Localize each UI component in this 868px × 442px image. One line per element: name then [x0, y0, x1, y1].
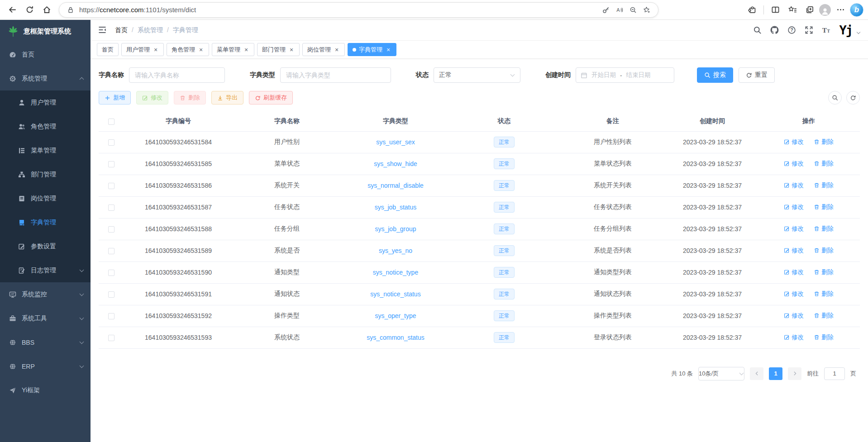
row-checkbox[interactable]: [108, 226, 114, 233]
row-checkbox[interactable]: [108, 248, 114, 254]
prev-page-button[interactable]: [750, 367, 763, 380]
sidebar-item-log[interactable]: 日志管理: [0, 258, 91, 282]
avatar-chevron-down-icon[interactable]: [857, 31, 861, 34]
row-edit-link[interactable]: 修改: [784, 138, 804, 146]
row-delete-link[interactable]: 删除: [814, 160, 834, 168]
sidebar-item-user[interactable]: 用户管理: [0, 90, 91, 114]
dict-type-link[interactable]: sys_job_status: [375, 204, 417, 211]
row-checkbox[interactable]: [108, 161, 114, 167]
sidebar-item-role[interactable]: 角色管理: [0, 114, 91, 138]
dict-type-link[interactable]: sys_user_sex: [376, 138, 415, 146]
sidebar-item-home[interactable]: 首页: [0, 43, 91, 67]
github-icon[interactable]: [770, 26, 779, 34]
dict-name-input[interactable]: [129, 67, 225, 83]
tab-close-icon[interactable]: ×: [334, 47, 340, 53]
row-checkbox[interactable]: [108, 183, 114, 189]
tab-post[interactable]: 岗位管理 ×: [302, 43, 345, 56]
browser-refresh-icon[interactable]: [22, 2, 37, 18]
sidebar-item-post[interactable]: 岗位管理: [0, 186, 91, 210]
row-delete-link[interactable]: 删除: [814, 268, 834, 276]
sidebar-item-dict[interactable]: 字典管理: [0, 210, 91, 234]
browser-more-icon[interactable]: [833, 2, 848, 18]
breadcrumb-item-dict[interactable]: 字典管理: [163, 26, 198, 34]
goto-page-input[interactable]: [824, 367, 845, 380]
tab-close-icon[interactable]: ×: [288, 47, 295, 53]
row-checkbox[interactable]: [108, 335, 114, 341]
sidebar-item-monitor[interactable]: 系统监控: [0, 282, 91, 306]
sidebar-item-yi[interactable]: Yi框架: [0, 378, 91, 402]
tab-home[interactable]: 首页: [97, 43, 119, 56]
dict-type-link[interactable]: sys_oper_type: [375, 312, 416, 319]
sidebar-item-erp[interactable]: ERP: [0, 354, 91, 378]
select-all-checkbox[interactable]: [108, 119, 114, 125]
read-aloud-icon[interactable]: A: [615, 5, 625, 15]
sidebar-item-bbs[interactable]: BBS: [0, 330, 91, 354]
row-checkbox[interactable]: [108, 204, 114, 211]
dict-type-link[interactable]: sys_show_hide: [374, 160, 417, 167]
font-size-icon[interactable]: TT: [822, 26, 830, 34]
sidebar-item-tools[interactable]: 系统工具: [0, 306, 91, 330]
row-checkbox[interactable]: [108, 139, 114, 146]
dict-type-link[interactable]: sys_common_status: [367, 334, 424, 341]
page-size-select[interactable]: 10条/页: [698, 367, 744, 380]
row-edit-link[interactable]: 修改: [784, 312, 804, 320]
tab-close-icon[interactable]: ×: [385, 47, 391, 53]
row-delete-link[interactable]: 删除: [814, 203, 834, 211]
breadcrumb-item-home[interactable]: 首页: [115, 26, 128, 34]
dict-type-link[interactable]: sys_notice_type: [373, 269, 418, 276]
browser-profile-avatar[interactable]: [819, 4, 831, 16]
sidebar-item-system[interactable]: 系统管理: [0, 67, 91, 90]
dict-type-input[interactable]: [280, 67, 391, 83]
search-icon[interactable]: [753, 26, 762, 34]
copilot-icon[interactable]: b: [850, 3, 863, 17]
browser-home-icon[interactable]: [39, 2, 54, 18]
extensions-icon[interactable]: [744, 2, 760, 18]
refresh-cache-button[interactable]: 刷新缓存: [249, 91, 293, 105]
row-checkbox[interactable]: [108, 291, 114, 298]
split-screen-icon[interactable]: [768, 2, 783, 18]
zoom-out-icon[interactable]: [628, 5, 638, 15]
add-button[interactable]: 新增: [99, 91, 131, 105]
row-checkbox[interactable]: [108, 313, 114, 319]
sidebar-item-config[interactable]: 参数设置: [0, 234, 91, 258]
browser-back-icon[interactable]: [5, 2, 20, 18]
export-button[interactable]: 导出: [211, 91, 243, 105]
address-bar[interactable]: https://ccnetcore.com:1101/system/dict A: [59, 2, 658, 18]
row-edit-link[interactable]: 修改: [784, 247, 804, 255]
row-edit-link[interactable]: 修改: [784, 160, 804, 168]
help-icon[interactable]: ?: [787, 26, 796, 34]
show-search-toggle-button[interactable]: [828, 91, 842, 105]
row-edit-link[interactable]: 修改: [784, 181, 804, 190]
status-select[interactable]: 正常: [434, 67, 520, 83]
row-delete-link[interactable]: 删除: [814, 290, 834, 298]
fullscreen-icon[interactable]: [805, 26, 813, 34]
row-edit-link[interactable]: 修改: [784, 268, 804, 276]
add-favorite-icon[interactable]: [642, 5, 652, 15]
row-delete-link[interactable]: 删除: [814, 138, 834, 146]
tab-close-icon[interactable]: ×: [243, 47, 249, 53]
url-text[interactable]: https://ccnetcore.com:1101/system/dict: [79, 6, 196, 14]
row-delete-link[interactable]: 删除: [814, 247, 834, 255]
tab-user[interactable]: 用户管理 ×: [121, 43, 164, 56]
dict-type-link[interactable]: sys_normal_disable: [367, 182, 424, 189]
sidebar-item-dept[interactable]: 部门管理: [0, 162, 91, 186]
sidebar-collapse-button[interactable]: [98, 25, 108, 35]
breadcrumb-item-system[interactable]: 系统管理: [128, 26, 163, 34]
row-delete-link[interactable]: 删除: [814, 312, 834, 320]
tab-close-icon[interactable]: ×: [153, 47, 159, 53]
app-logo[interactable]: 意框架管理系统: [0, 20, 91, 43]
tab-groups-icon[interactable]: [802, 2, 817, 18]
tab-role[interactable]: 角色管理 ×: [167, 43, 209, 56]
edit-button[interactable]: 修改: [136, 91, 168, 105]
reset-button[interactable]: 重置: [739, 67, 775, 83]
row-edit-link[interactable]: 修改: [784, 225, 804, 233]
tab-dict[interactable]: 字典管理 ×: [348, 43, 396, 56]
refresh-table-button[interactable]: [846, 91, 860, 105]
row-delete-link[interactable]: 删除: [814, 225, 834, 233]
tab-dept[interactable]: 部门管理 ×: [257, 43, 300, 56]
row-edit-link[interactable]: 修改: [784, 290, 804, 298]
dict-type-link[interactable]: sys_yes_no: [379, 247, 412, 254]
dict-type-link[interactable]: sys_job_group: [375, 225, 416, 233]
password-key-icon[interactable]: [601, 5, 611, 15]
user-avatar[interactable]: Yj: [839, 24, 852, 36]
